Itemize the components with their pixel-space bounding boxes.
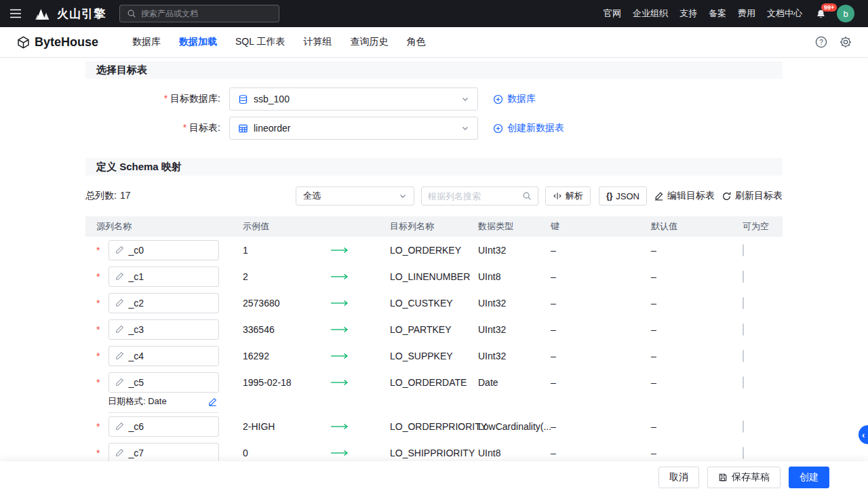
notifications-button[interactable]: 99+ — [816, 9, 826, 19]
section-select-target-table: 选择目标表 — [85, 61, 783, 79]
nav-item-roles[interactable]: 角色 — [406, 36, 425, 48]
source-column-input[interactable]: _c5 — [108, 372, 219, 393]
bytehouse-logo-icon — [16, 35, 31, 50]
default-value: – — [651, 271, 743, 282]
header-nullable: 可为空 — [743, 220, 783, 233]
key-value: – — [551, 298, 651, 309]
source-column-input[interactable]: _c3 — [108, 319, 219, 340]
volcengine-brand[interactable]: 火山引擎 — [34, 6, 106, 22]
nav-item-databases[interactable]: 数据库 — [132, 36, 161, 48]
topbar-link-docs[interactable]: 文档中心 — [767, 7, 802, 20]
create-button[interactable]: 创建 — [789, 467, 829, 488]
bytehouse-brand-name: ByteHouse — [35, 35, 98, 50]
column-search[interactable] — [421, 186, 538, 205]
nav-item-compute-groups[interactable]: 计算组 — [303, 36, 332, 48]
bytehouse-logo[interactable]: ByteHouse — [16, 35, 98, 50]
topbar-link-support[interactable]: 支持 — [679, 7, 697, 20]
edit-pencil-icon — [115, 422, 124, 431]
edit-date-format-icon[interactable] — [208, 397, 217, 406]
edit-pencil-icon — [115, 325, 124, 334]
global-search[interactable] — [119, 5, 279, 22]
json-button[interactable]: {} JSON — [599, 186, 647, 205]
target-database-value: ssb_100 — [254, 94, 456, 104]
chevron-down-icon — [461, 95, 469, 103]
data-type: UInt8 — [478, 271, 551, 282]
topbar-link-filing[interactable]: 备案 — [709, 7, 726, 20]
required-marker: * — [96, 421, 100, 432]
product-nav-items: 数据库 数据加载 SQL 工作表 计算组 查询历史 角色 — [132, 36, 425, 48]
cancel-button[interactable]: 取消 — [658, 467, 699, 488]
chevron-down-icon — [461, 124, 469, 132]
help-icon[interactable]: ? — [815, 36, 827, 48]
source-column-name: _c2 — [128, 298, 144, 309]
source-column-input[interactable]: _c0 — [108, 240, 219, 260]
topbar-link-organization[interactable]: 企业组织 — [633, 7, 668, 20]
nav-item-sql-worksheet[interactable]: SQL 工作表 — [235, 36, 285, 48]
nullable-checkbox[interactable] — [743, 447, 744, 459]
header-sample: 示例值 — [243, 220, 331, 233]
source-column-name: _c0 — [128, 245, 144, 256]
default-value: – — [651, 448, 743, 458]
section-define-schema: 定义 Schema 映射 — [85, 158, 783, 176]
parse-button[interactable]: 解析 — [545, 186, 591, 205]
table-row: * _c5 1995-02-18 LO_ORDERDATE Date – – — [85, 369, 783, 413]
target-table-select[interactable]: lineorder — [229, 117, 478, 140]
hamburger-menu-icon[interactable] — [0, 0, 31, 27]
global-search-input[interactable] — [141, 9, 272, 18]
json-icon: {} — [606, 191, 612, 201]
nullable-checkbox[interactable] — [743, 244, 744, 256]
nav-item-data-loading[interactable]: 数据加载 — [179, 36, 217, 48]
edit-pencil-icon — [115, 272, 124, 281]
nullable-checkbox[interactable] — [743, 376, 744, 389]
table-icon — [238, 123, 248, 134]
save-draft-button[interactable]: 保存草稿 — [707, 467, 781, 488]
sample-value: 2573680 — [243, 298, 331, 309]
schema-table-header: 源列名称 示例值 目标列名称 数据类型 键 默认值 可为空 — [85, 216, 783, 237]
column-search-input[interactable] — [428, 191, 522, 201]
table-row: * _c4 16292 LO_SUPPKEY UInt32 – – — [85, 342, 783, 369]
required-marker: * — [96, 351, 100, 361]
header-key: 键 — [551, 220, 651, 233]
nullable-checkbox[interactable] — [743, 271, 744, 283]
topbar-link-billing[interactable]: 费用 — [738, 7, 755, 20]
table-row: * _c3 336546 LO_PARTKEY UInt32 – – — [85, 316, 783, 342]
section-title: 定义 Schema 映射 — [96, 161, 182, 174]
sample-value: 2-HIGH — [243, 421, 331, 432]
mapping-arrow-icon — [331, 273, 349, 280]
table-row: * _c6 2-HIGH LO_ORDERPRIORITY LowCardina… — [85, 413, 783, 439]
settings-gear-icon[interactable] — [840, 36, 852, 48]
topbar-link-official-site[interactable]: 官网 — [604, 7, 621, 20]
default-value: – — [651, 377, 743, 388]
source-column-name: _c5 — [128, 377, 144, 388]
create-database-link[interactable]: 数据库 — [493, 93, 536, 105]
volcengine-brand-name: 火山引擎 — [57, 6, 106, 22]
target-column-name: LO_ORDERDATE — [390, 377, 478, 388]
refresh-target-table-button[interactable]: 刷新目标表 — [722, 190, 783, 202]
required-marker: * — [96, 377, 100, 388]
select-all-dropdown[interactable]: 全选 — [296, 186, 414, 205]
date-format-note: 日期格式: Date — [108, 395, 218, 413]
search-icon — [127, 9, 136, 18]
source-column-input[interactable]: _c1 — [108, 267, 219, 287]
key-value: – — [551, 351, 651, 361]
target-database-select[interactable]: ssb_100 — [229, 87, 478, 111]
source-column-input[interactable]: _c6 — [108, 416, 219, 437]
nullable-checkbox[interactable] — [743, 323, 744, 336]
nullable-checkbox[interactable] — [743, 420, 744, 433]
key-value: – — [551, 271, 651, 282]
required-marker: * — [96, 245, 100, 256]
nullable-checkbox[interactable] — [743, 297, 744, 309]
source-column-input[interactable]: _c7 — [108, 443, 219, 463]
side-panel-toggle[interactable]: ‹ — [859, 425, 868, 444]
edit-target-table-button[interactable]: 编辑目标表 — [654, 190, 715, 202]
avatar[interactable]: b — [837, 5, 854, 22]
nullable-checkbox[interactable] — [743, 350, 744, 362]
sample-value: 336546 — [243, 324, 331, 335]
target-column-name: LO_PARTKEY — [390, 324, 478, 335]
source-column-input[interactable]: _c4 — [108, 346, 219, 366]
source-column-name: _c6 — [128, 421, 144, 432]
create-table-link[interactable]: 创建新数据表 — [493, 122, 564, 134]
source-column-input[interactable]: _c2 — [108, 293, 219, 313]
data-type: UInt32 — [478, 298, 551, 309]
nav-item-query-history[interactable]: 查询历史 — [350, 36, 388, 48]
